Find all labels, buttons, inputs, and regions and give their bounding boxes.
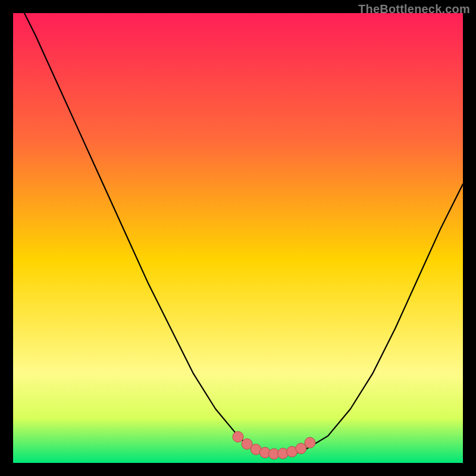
chart-frame: TheBottleneck.com	[0, 0, 476, 476]
chart-svg	[13, 13, 463, 463]
curve-marker	[233, 431, 243, 442]
watermark-label: TheBottleneck.com	[358, 2, 470, 16]
curve-marker	[305, 437, 315, 448]
curve-marker	[296, 443, 306, 454]
gradient-background	[13, 13, 463, 463]
chart-plot	[13, 13, 463, 463]
